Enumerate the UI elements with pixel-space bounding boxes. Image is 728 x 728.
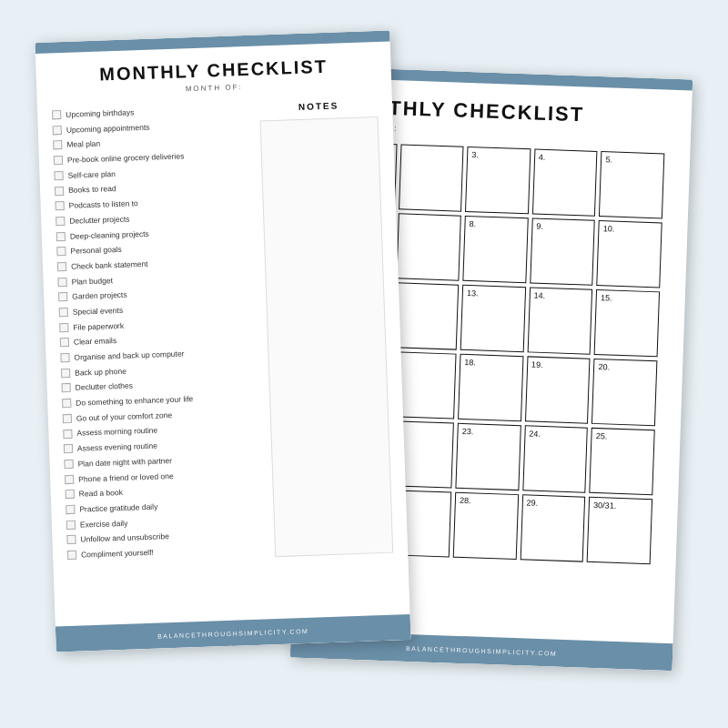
checklist-checkbox[interactable] (63, 414, 72, 423)
checklist-item: Do something to enhance your life (62, 392, 260, 409)
checklist-checkbox[interactable] (58, 292, 67, 301)
checklist-checkbox[interactable] (53, 141, 62, 150)
checklist-item: Assess evening routine (64, 438, 262, 454)
calendar-cell: 5. (599, 151, 664, 218)
checklist-checkbox[interactable] (60, 338, 69, 347)
checklist-item-label: Books to read (68, 184, 116, 195)
calendar-day-number: 19. (531, 360, 543, 369)
checklist-item: Upcoming appointments (53, 118, 251, 135)
checklist-item-label: Upcoming appointments (66, 122, 150, 134)
checklist-item-label: Go out of your comfort zone (76, 410, 173, 423)
checklist-checkbox[interactable] (66, 535, 76, 544)
checklist-item-label: Back up phone (75, 366, 126, 377)
checklist-checkbox[interactable] (54, 156, 63, 165)
checklist-checkbox[interactable] (59, 323, 68, 332)
front-footer-text: BALANCETHROUGHSIMPLICITY.COM (157, 627, 308, 639)
checklist-item: File paperwork (59, 316, 258, 332)
calendar-cell: 8. (463, 216, 529, 283)
checklist-item: Phone a friend or loved one (65, 468, 263, 484)
checklist-item: Plan date night with partner (64, 452, 262, 469)
checklist-checkbox[interactable] (59, 308, 68, 317)
checklist-item-label: Clear emails (74, 336, 117, 347)
calendar-cell (396, 213, 461, 280)
checklist-item: Organise and back up computer (60, 347, 258, 363)
calendar-cell: 4. (532, 149, 598, 217)
checklist-checkbox[interactable] (56, 217, 65, 226)
checklist-item-label: Assess morning routine (76, 426, 157, 438)
checklist-checkbox[interactable] (67, 551, 76, 560)
checklist-checkbox[interactable] (64, 460, 73, 469)
checklist-item: Deep-cleaning projects (56, 225, 255, 241)
calendar-cell: 13. (460, 285, 526, 352)
checklist-item-label: File paperwork (73, 320, 124, 331)
checklist-checkbox[interactable] (52, 110, 61, 119)
checklist-item: Read a book (66, 483, 264, 500)
checklist-checkbox[interactable] (53, 126, 62, 135)
calendar-cell: 9. (530, 217, 595, 285)
calendar-day-number: 10. (603, 224, 615, 233)
checklist-item: Declutter clothes (62, 377, 260, 393)
checklist-item: Clear emails (60, 331, 258, 348)
checklist-item: Exercise daily (66, 513, 265, 530)
checklist-checkbox[interactable] (61, 369, 70, 378)
calendar-cell: 15. (594, 289, 660, 357)
checklist-checkbox[interactable] (62, 399, 71, 408)
checklist-item: Books to read (55, 179, 253, 196)
checklist-checkbox[interactable] (65, 474, 74, 483)
checklist-checkbox[interactable] (63, 429, 72, 438)
checklist-item: Practice gratitude daily (66, 498, 264, 514)
notes-column: NOTES (259, 99, 393, 559)
checklist-item-label: Compliment yourself! (81, 548, 154, 560)
checklist-item-label: Unfollow and unsubscribe (80, 531, 169, 544)
checklist-checkbox[interactable] (66, 505, 75, 514)
checklist-item: Back up phone (61, 361, 259, 378)
calendar-day-number: 23. (462, 427, 474, 436)
calendar-cell (399, 144, 464, 211)
calendar-cell: 29. (520, 494, 585, 561)
front-page: MONTHLY CHECKLIST MONTH OF: Upcoming bir… (35, 30, 410, 652)
calendar-day-number: 9. (536, 222, 543, 231)
calendar-day-number: 8. (470, 219, 477, 228)
notes-area[interactable] (260, 116, 394, 557)
checklist-checkbox[interactable] (56, 247, 66, 256)
checklist-checkbox[interactable] (64, 444, 73, 453)
checklist-checkbox[interactable] (66, 520, 76, 529)
checklist-checkbox[interactable] (56, 232, 66, 241)
checklist-item: Garden projects (58, 286, 257, 302)
calendar-cell: 14. (527, 287, 592, 354)
checklist-checkbox[interactable] (60, 353, 69, 362)
checklist-checkbox[interactable] (55, 187, 64, 196)
calendar-day-number: 4. (539, 153, 546, 162)
checklist-column: Upcoming birthdaysUpcoming appointmentsM… (52, 104, 266, 566)
checklist-checkbox[interactable] (66, 490, 75, 499)
checklist-checkbox[interactable] (57, 262, 66, 271)
checklist-item: Personal goals (56, 240, 255, 257)
calendar-day-number: 28. (460, 496, 471, 505)
checklist-checkbox[interactable] (62, 383, 71, 392)
checklist-item-label: Special events (73, 306, 124, 317)
checklist-item: Upcoming birthdays (52, 104, 250, 120)
checklist-item: Assess morning routine (63, 422, 261, 439)
checklist-item: Meal plan (53, 134, 251, 150)
checklist-checkbox[interactable] (54, 171, 63, 180)
checklist-item: Compliment yourself! (67, 543, 266, 560)
calendar-cell: 18. (458, 354, 523, 421)
checklist-item: Podcasts to listen to (56, 195, 254, 211)
checklist-item-label: Check bank statement (71, 259, 148, 271)
checklist-item-label: Pre-book online grocery deliveries (67, 151, 185, 165)
checklist-item-label: Plan date night with partner (77, 456, 172, 469)
calendar-cell: 20. (592, 359, 657, 426)
checklist-item-label: Do something to enhance your life (76, 394, 193, 408)
calendar-day-number: 18. (464, 358, 476, 367)
checklist-item: Special events (59, 301, 258, 318)
calendar-day-number: 3. (471, 150, 479, 159)
checklist-checkbox[interactable] (56, 201, 65, 210)
checklist-item: Pre-book online grocery deliveries (54, 149, 252, 166)
calendar-cell: 19. (525, 356, 591, 423)
checklist-checkbox[interactable] (57, 278, 66, 287)
checklist-item: Check bank statement (57, 256, 256, 272)
calendar-day-number: 20. (598, 362, 610, 371)
calendar-cell: 28. (453, 492, 519, 560)
checklist-item: Self-care plan (54, 165, 252, 181)
checklist-item-label: Plan budget (71, 276, 113, 287)
